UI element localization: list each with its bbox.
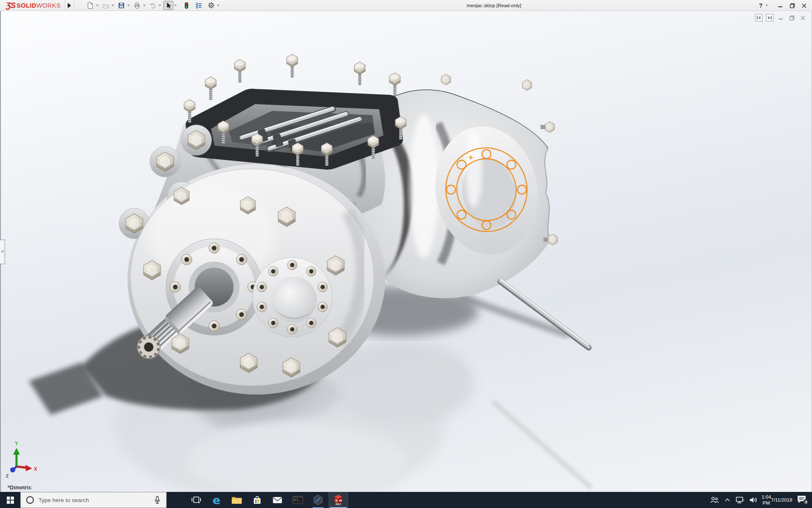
top-cover-opening (184, 54, 406, 170)
solidworks-2017-icon: S W 2017 (333, 494, 344, 505)
document-window-controls (755, 14, 807, 22)
print-button[interactable] (132, 1, 142, 10)
triad-z-label: Z (6, 474, 8, 478)
window-title: menjac sklop [Read-only] (466, 0, 521, 11)
doc-close-button[interactable] (799, 14, 807, 22)
tray-network-button[interactable] (733, 492, 747, 508)
triad-y-label: Y (15, 441, 18, 447)
action-center-icon: 3 (796, 494, 809, 505)
doc-restore-button[interactable] (788, 14, 796, 22)
sw-year: 2017 (335, 503, 341, 505)
restore-icon (790, 3, 795, 8)
hexagon-app-icon (313, 494, 324, 505)
open-button[interactable] (101, 1, 111, 10)
solidworks-logo-works: WORKS (36, 2, 60, 9)
select-dropdown-caret[interactable] (174, 5, 177, 6)
collapse-left-pane-icon (756, 15, 761, 20)
doc-minimize-button[interactable] (777, 14, 785, 22)
command-prompt-icon: C:\_ (292, 495, 303, 505)
collapse-right-pane-icon (767, 15, 772, 20)
taskbar-icon-store[interactable] (247, 492, 267, 508)
sw-letter-s: S (335, 499, 337, 502)
taskbar-icon-mail[interactable] (267, 492, 288, 508)
sw-letter-w: W (339, 499, 343, 502)
title-bar: ƷS SOLIDWORKS (0, 0, 812, 11)
help-button[interactable]: ? (757, 2, 764, 9)
network-icon (735, 496, 745, 504)
taskbar-search[interactable] (20, 492, 167, 508)
graphics-viewport[interactable]: Y X Z *Dimetric (0, 11, 812, 492)
options-button[interactable] (206, 1, 216, 10)
tray-date: 7/11/2018 (771, 497, 792, 503)
undo-dropdown-caret[interactable] (159, 5, 161, 6)
task-view-icon (191, 495, 201, 505)
volume-icon (749, 496, 758, 504)
new-dropdown-caret[interactable] (96, 5, 99, 6)
menu-flyout-button[interactable] (65, 0, 74, 11)
taskbar-icon-hexagon-app[interactable] (308, 492, 328, 508)
collapse-left-pane-button[interactable] (755, 14, 763, 22)
options-dropdown-caret[interactable] (217, 5, 219, 6)
print-icon (134, 2, 140, 9)
minimize-button[interactable] (775, 1, 786, 10)
tray-clock[interactable]: 1:04 PM 7/11/2018 (763, 492, 791, 508)
triad-x-label: X (34, 466, 37, 472)
people-icon (709, 495, 719, 505)
start-button[interactable] (0, 492, 20, 508)
select-cursor-icon (165, 2, 172, 9)
feature-panel-tab[interactable] (0, 240, 5, 264)
select-tool-button[interactable] (163, 1, 173, 10)
rebuild-stoplight-icon (183, 2, 190, 9)
rebuild-button[interactable] (181, 1, 192, 10)
doc-close-icon (800, 15, 806, 21)
restore-button[interactable] (787, 1, 798, 10)
help-dropdown-caret[interactable] (765, 5, 768, 6)
close-button[interactable] (798, 1, 809, 10)
notification-badge: 3 (805, 500, 807, 504)
taskbar-icon-task-view[interactable] (186, 492, 206, 508)
taskbar-icon-file-explorer[interactable] (227, 492, 247, 508)
properties-button[interactable] (194, 1, 204, 10)
panel-tab-dot-icon (1, 250, 4, 253)
tray-people-button[interactable] (707, 492, 721, 508)
windows-logo-icon (7, 497, 14, 504)
print-dropdown-caret[interactable] (143, 5, 145, 6)
solidworks-logo-solid: SOLID (16, 2, 36, 9)
tray-volume-button[interactable] (747, 492, 760, 508)
tray-overflow-button[interactable] (721, 492, 733, 508)
save-dropdown-caret[interactable] (127, 5, 130, 6)
flyout-arrow-icon (68, 3, 71, 8)
properties-list-icon (195, 2, 202, 9)
store-icon (252, 495, 262, 505)
search-input[interactable] (38, 497, 151, 503)
new-document-button[interactable] (85, 1, 95, 10)
new-document-icon (87, 2, 93, 9)
mail-icon (272, 496, 283, 504)
tray-time: 1:04 PM (762, 494, 771, 506)
open-dropdown-caret[interactable] (112, 5, 114, 6)
taskbar-icon-edge[interactable]: e (206, 492, 227, 508)
system-tray: 1:04 PM 7/11/2018 3 (707, 492, 812, 508)
solidworks-logo-glyph: ƷS (6, 1, 15, 10)
microphone-icon[interactable] (154, 496, 161, 504)
minimize-icon (778, 3, 783, 8)
chevron-up-icon (724, 497, 731, 503)
options-gear-icon (208, 2, 215, 9)
close-icon (801, 3, 807, 8)
undo-icon (149, 2, 156, 9)
taskbar-icon-command-prompt[interactable]: C:\_ (288, 492, 308, 508)
gearbox-model[interactable] (1, 11, 812, 492)
solidworks-logo: ƷS SOLIDWORKS (0, 0, 65, 11)
cmd-prompt-text: C:\_ (294, 498, 300, 502)
save-floppy-icon (118, 2, 125, 9)
save-button[interactable] (116, 1, 126, 10)
taskbar-icon-solidworks-2017[interactable]: S W 2017 (328, 492, 348, 508)
collapse-right-pane-button[interactable] (766, 14, 774, 22)
view-orientation-label: *Dimetric (8, 485, 32, 491)
undo-button[interactable] (148, 1, 158, 10)
action-center-button[interactable]: 3 (793, 492, 812, 508)
secondary-boss (252, 257, 332, 337)
doc-restore-icon (789, 15, 795, 21)
edge-icon: e (213, 494, 220, 506)
cortana-circle-icon (26, 496, 34, 504)
